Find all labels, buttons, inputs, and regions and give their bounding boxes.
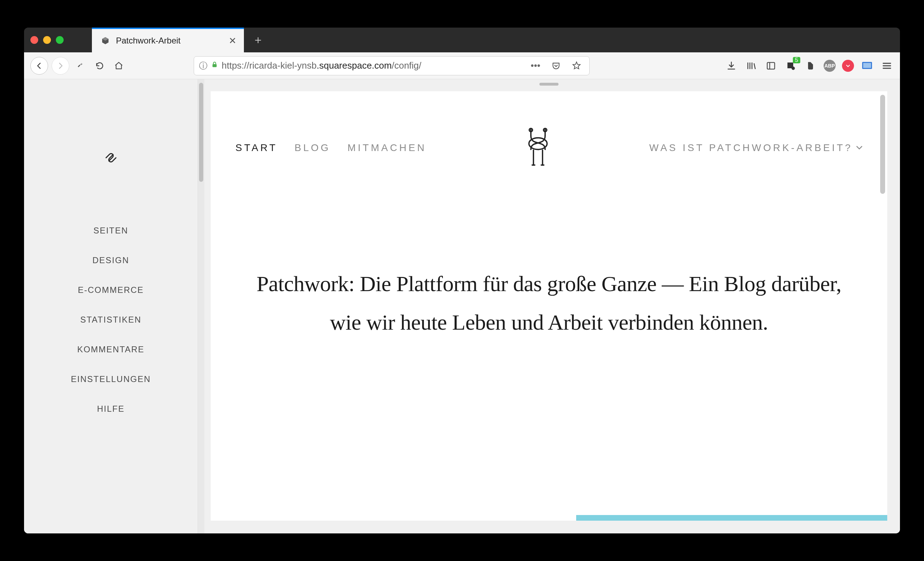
window-maximize-button[interactable] bbox=[56, 36, 64, 44]
toolbar-extensions: 5 ABP bbox=[724, 59, 894, 72]
address-bar[interactable]: ⓘ https://ricarda-kiel-ynsb.squarespace.… bbox=[194, 56, 590, 75]
preview-pane: START BLOG MITMACHEN bbox=[204, 79, 900, 533]
library-icon[interactable] bbox=[744, 59, 758, 72]
squarespace-sidebar: SEITEN DESIGN E-COMMERCE STATISTIKEN KOM… bbox=[24, 79, 198, 533]
nav-link-blog[interactable]: BLOG bbox=[294, 142, 330, 153]
site-logo-icon[interactable] bbox=[515, 123, 561, 173]
sidebar-item-statistiken[interactable]: STATISTIKEN bbox=[80, 315, 141, 325]
footer-accent-bar bbox=[211, 515, 887, 521]
nav-link-start[interactable]: START bbox=[236, 142, 278, 153]
pocket-save-icon[interactable] bbox=[548, 58, 564, 74]
sidebar-item-seiten[interactable]: SEITEN bbox=[93, 226, 128, 236]
nav-link-was-ist[interactable]: WAS IST PATCHWORK-ARBEIT? bbox=[650, 142, 853, 153]
sidebar-item-kommentare[interactable]: KOMMENTARE bbox=[77, 344, 144, 355]
chevron-down-icon[interactable] bbox=[856, 144, 862, 152]
new-tab-button[interactable]: ＋ bbox=[249, 32, 267, 48]
evernote-icon[interactable] bbox=[804, 59, 817, 72]
sidebar-scrollbar[interactable] bbox=[198, 79, 204, 533]
site-header: START BLOG MITMACHEN bbox=[211, 91, 887, 187]
url-path: /config/ bbox=[392, 60, 422, 71]
reload-button[interactable] bbox=[92, 58, 108, 74]
window-minimize-button[interactable] bbox=[43, 36, 51, 44]
sidebar-item-ecommerce[interactable]: E-COMMERCE bbox=[78, 285, 144, 295]
browser-window: Patchwork-Arbeit ✕ ＋ ⓘ https://ricarda-k bbox=[24, 28, 900, 533]
secondary-nav: WAS IST PATCHWORK-ARBEIT? bbox=[650, 142, 862, 153]
url-text: https://ricarda-kiel-ynsb.squarespace.co… bbox=[222, 60, 524, 71]
browser-toolbar: ⓘ https://ricarda-kiel-ynsb.squarespace.… bbox=[24, 53, 900, 79]
preview-scrollbar[interactable] bbox=[880, 95, 885, 194]
home-button[interactable] bbox=[111, 58, 126, 74]
hero-heading: Patchwork: Die Plattform für das große G… bbox=[253, 265, 845, 341]
page-content: SEITEN DESIGN E-COMMERCE STATISTIKEN KOM… bbox=[24, 79, 900, 533]
pocket-extension-icon[interactable] bbox=[842, 60, 854, 72]
window-controls bbox=[30, 36, 64, 44]
url-domain: .squarespace.com bbox=[317, 60, 392, 71]
preview-resize-handle-icon[interactable] bbox=[539, 83, 558, 86]
hamburger-menu-icon[interactable] bbox=[880, 59, 894, 72]
sidebar-toggle-icon[interactable] bbox=[764, 59, 778, 72]
tab-bar: Patchwork-Arbeit ✕ ＋ bbox=[24, 28, 900, 53]
hero-section: Patchwork: Die Plattform für das große G… bbox=[211, 187, 887, 341]
svg-rect-3 bbox=[767, 62, 775, 69]
nav-link-mitmachen[interactable]: MITMACHEN bbox=[348, 142, 427, 153]
window-close-button[interactable] bbox=[30, 36, 38, 44]
back-button[interactable] bbox=[30, 57, 48, 75]
accent-stripe bbox=[576, 515, 887, 521]
primary-nav: START BLOG MITMACHEN bbox=[236, 142, 427, 153]
scrollbar-thumb[interactable] bbox=[199, 83, 203, 182]
screenshot-extension-icon[interactable] bbox=[860, 59, 874, 72]
forward-button[interactable] bbox=[52, 57, 69, 75]
svg-point-6 bbox=[792, 66, 795, 70]
downloads-icon[interactable] bbox=[724, 59, 738, 72]
sidebar-item-design[interactable]: DESIGN bbox=[92, 256, 129, 265]
sidebar-item-einstellungen[interactable]: EINSTELLUNGEN bbox=[71, 374, 151, 384]
url-prefix: https://ricarda-kiel-ynsb bbox=[222, 60, 317, 71]
squarespace-logo-icon[interactable] bbox=[103, 150, 119, 165]
tab-title: Patchwork-Arbeit bbox=[116, 36, 222, 46]
sidebar-item-hilfe[interactable]: HILFE bbox=[97, 404, 124, 414]
lock-icon bbox=[211, 61, 218, 71]
svg-rect-2 bbox=[213, 64, 217, 67]
tab-favicon-icon bbox=[100, 36, 110, 46]
sidebar-menu: SEITEN DESIGN E-COMMERCE STATISTIKEN KOM… bbox=[71, 226, 151, 414]
browser-tab[interactable]: Patchwork-Arbeit ✕ bbox=[92, 28, 244, 53]
dev-tools-icon[interactable] bbox=[73, 58, 88, 74]
extension-badge-count: 5 bbox=[793, 57, 800, 63]
tab-close-button[interactable]: ✕ bbox=[228, 36, 237, 46]
adblock-icon[interactable]: ABP bbox=[824, 60, 836, 72]
svg-rect-8 bbox=[863, 63, 871, 68]
extension-badge-icon[interactable]: 5 bbox=[784, 59, 798, 72]
site-preview: START BLOG MITMACHEN bbox=[211, 91, 887, 521]
url-bar-actions: ••• bbox=[528, 58, 584, 74]
bookmark-star-icon[interactable] bbox=[569, 58, 584, 74]
svg-point-13 bbox=[529, 138, 547, 150]
site-info-icon[interactable]: ⓘ bbox=[199, 60, 207, 71]
page-actions-icon[interactable]: ••• bbox=[528, 58, 543, 74]
